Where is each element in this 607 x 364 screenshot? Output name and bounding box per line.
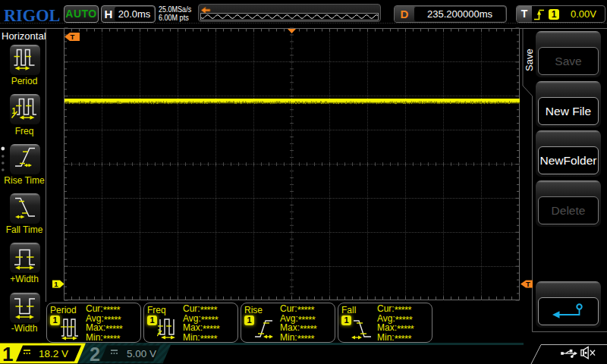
svg-text:18.2 V: 18.2 V: [39, 348, 68, 359]
svg-text:T: T: [71, 33, 75, 41]
svg-text:1: 1: [2, 343, 13, 364]
svg-text:2: 2: [90, 344, 100, 364]
svg-text:T: T: [526, 280, 530, 288]
svg-text:5.00 V: 5.00 V: [127, 348, 156, 359]
svg-text:1: 1: [54, 280, 58, 288]
